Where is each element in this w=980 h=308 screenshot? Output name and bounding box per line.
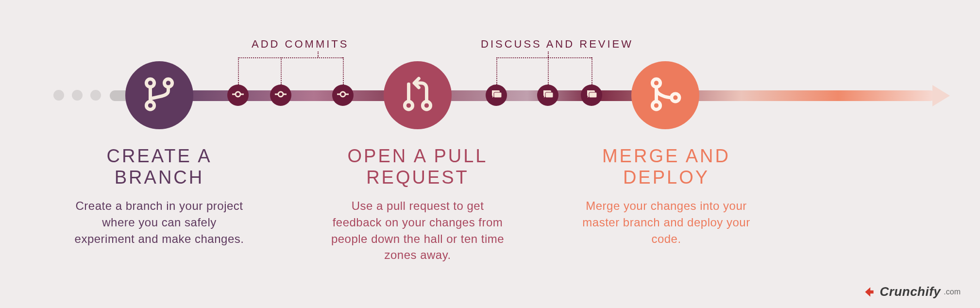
discuss-review-label: DISCUSS AND REVIEW: [481, 38, 633, 51]
step-body: Create a branch in your project where yo…: [72, 198, 247, 247]
connector-line: [238, 57, 343, 58]
comment-icon: [542, 88, 554, 102]
ellipsis-dot: [72, 90, 83, 101]
connector-drop: [548, 57, 549, 85]
svg-point-9: [340, 92, 345, 97]
git-flow-diagram: ADD COMMITS DISCUSS AND REV: [0, 0, 980, 308]
crunchify-logo-icon: [863, 286, 876, 298]
commit-icon: [337, 88, 349, 102]
merge-icon: [647, 76, 683, 114]
connector-drop: [343, 57, 344, 85]
connector-drop: [496, 57, 497, 85]
step-body: Use a pull request to get feedback on yo…: [330, 198, 505, 263]
commit-icon: [232, 88, 244, 102]
connector-drop: [591, 57, 592, 85]
svg-point-3: [236, 92, 240, 97]
create-branch-node: [125, 61, 193, 129]
step-body: Merge your changes into your master bran…: [579, 198, 754, 247]
watermark-tld: .com: [944, 288, 961, 296]
svg-rect-15: [545, 92, 553, 98]
ellipsis-dot: [53, 90, 64, 101]
step-title: MERGE AND DEPLOY: [579, 146, 754, 188]
pull-request-icon: [400, 76, 436, 114]
connector-line: [496, 57, 591, 58]
comment-icon: [586, 88, 597, 102]
step-title: CREATE A BRANCH: [72, 146, 247, 188]
pull-request-node: [384, 61, 452, 129]
connector-drop: [548, 51, 549, 57]
review-node: [486, 85, 507, 106]
watermark-brand: Crunchify: [879, 284, 941, 299]
svg-rect-16: [589, 92, 597, 98]
connector-drop: [318, 51, 319, 57]
comment-icon: [490, 88, 502, 102]
connector-drop: [281, 57, 282, 85]
watermark: Crunchify .com: [863, 284, 961, 299]
step-open-pr: OPEN A PULL REQUEST Use a pull request t…: [330, 146, 505, 263]
connector-drop: [238, 57, 239, 85]
svg-rect-14: [494, 92, 502, 98]
branch-icon: [141, 76, 177, 114]
timeline-arrowhead: [932, 85, 950, 106]
commit-node: [332, 85, 354, 106]
step-title: OPEN A PULL REQUEST: [330, 146, 505, 188]
merge-deploy-node: [631, 61, 699, 129]
svg-point-6: [278, 92, 283, 97]
commit-icon: [275, 88, 287, 102]
commit-node: [227, 85, 249, 106]
ellipsis-dot: [90, 90, 101, 101]
review-node: [581, 85, 602, 106]
commit-node: [270, 85, 291, 106]
add-commits-label: ADD COMMITS: [252, 38, 349, 51]
step-create-branch: CREATE A BRANCH Create a branch in your …: [72, 146, 247, 247]
review-node: [537, 85, 558, 106]
step-merge-deploy: MERGE AND DEPLOY Merge your changes into…: [579, 146, 754, 247]
